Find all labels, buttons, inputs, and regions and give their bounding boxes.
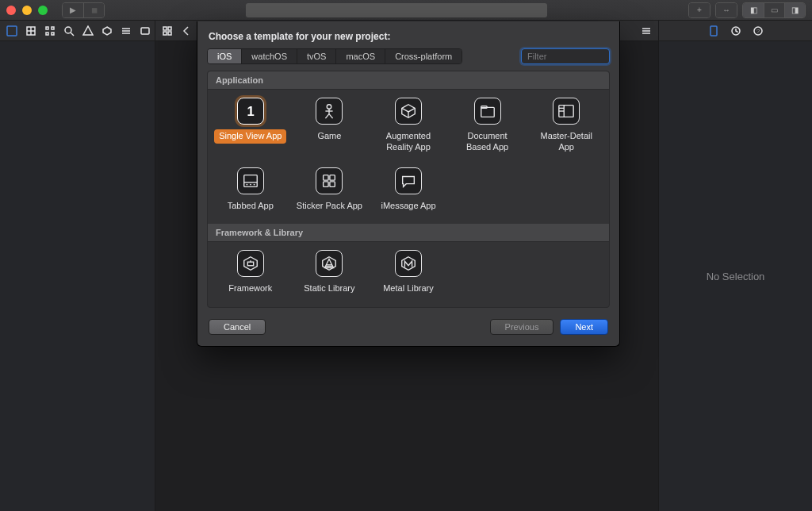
project-navigator-icon[interactable] <box>6 25 17 36</box>
metal-library-icon <box>395 250 422 277</box>
navigator-pane <box>0 41 155 511</box>
svg-rect-49 <box>330 175 335 179</box>
template-ar-app[interactable]: Augmented Reality App <box>369 98 448 155</box>
platform-tab-ios[interactable]: iOS <box>208 49 241 63</box>
svg-point-8 <box>65 27 71 33</box>
svg-rect-37 <box>481 107 494 117</box>
library-button[interactable]: + <box>689 3 710 17</box>
svg-line-34 <box>329 114 333 119</box>
issue-navigator-icon[interactable] <box>82 25 94 36</box>
previous-button[interactable]: Previous <box>490 319 554 335</box>
svg-rect-15 <box>141 28 149 34</box>
stop-button[interactable]: ◼ <box>83 3 104 17</box>
single-view-icon: 1 <box>237 98 264 125</box>
svg-point-30 <box>327 105 332 110</box>
svg-rect-18 <box>163 32 167 35</box>
document-icon <box>474 98 501 125</box>
static-library-icon <box>316 250 343 277</box>
svg-point-46 <box>250 183 251 185</box>
editor-options-icon[interactable] <box>641 25 652 36</box>
tabbed-icon <box>237 167 264 194</box>
template-single-view-app[interactable]: 1 Single View App <box>211 98 290 155</box>
svg-rect-6 <box>46 33 48 35</box>
svg-marker-10 <box>83 26 93 35</box>
svg-line-33 <box>326 114 330 119</box>
add-segment: + <box>688 2 710 18</box>
svg-rect-5 <box>52 27 54 29</box>
svg-rect-51 <box>330 181 335 186</box>
svg-rect-0 <box>7 26 17 36</box>
run-button[interactable]: ▶ <box>63 3 83 17</box>
svg-rect-48 <box>324 175 328 179</box>
section-header-application: Application <box>208 71 609 90</box>
panel-segment: ◧ ▭ ◨ <box>742 2 806 18</box>
svg-marker-52 <box>244 257 258 271</box>
svg-rect-23 <box>710 26 717 36</box>
source-control-icon[interactable] <box>25 25 36 36</box>
symbol-navigator-icon[interactable] <box>44 25 56 36</box>
editor-mode-segment: ↔ <box>715 2 737 18</box>
template-imessage-app[interactable]: iMessage App <box>369 167 448 213</box>
sticker-icon <box>316 167 343 194</box>
inspector-empty-label: No Selection <box>707 271 765 282</box>
navigator-tabs <box>0 21 155 40</box>
svg-marker-11 <box>103 27 111 35</box>
svg-line-9 <box>71 33 74 36</box>
imessage-icon <box>395 167 422 194</box>
svg-rect-19 <box>168 32 171 35</box>
svg-rect-50 <box>324 181 328 186</box>
ar-icon <box>395 98 422 125</box>
template-metal-library[interactable]: Metal Library <box>369 250 448 296</box>
toggle-bottom-panel-button[interactable]: ▭ <box>764 3 784 17</box>
inspector-tabs: ? <box>658 21 812 40</box>
toggle-left-panel-button[interactable]: ◧ <box>743 3 764 17</box>
close-window-button[interactable] <box>6 6 16 15</box>
history-inspector-icon[interactable] <box>730 25 741 36</box>
platform-tab-macos[interactable]: macOS <box>335 49 385 63</box>
master-detail-icon <box>553 98 580 125</box>
svg-rect-7 <box>52 33 54 35</box>
cancel-button[interactable]: Cancel <box>209 319 266 335</box>
template-master-detail-app[interactable]: Master-Detail App <box>527 98 606 155</box>
related-items-icon[interactable] <box>162 25 173 36</box>
svg-text:1: 1 <box>247 104 254 118</box>
platform-tabs: iOS watchOS tvOS macOS Cross-platform <box>207 48 462 64</box>
svg-point-45 <box>246 183 247 185</box>
template-tabbed-app[interactable]: Tabbed App <box>211 167 290 213</box>
platform-tab-crossplatform[interactable]: Cross-platform <box>385 49 462 63</box>
filter-field[interactable] <box>521 48 610 64</box>
svg-marker-59 <box>402 257 416 271</box>
test-navigator-icon[interactable] <box>102 25 113 36</box>
svg-rect-4 <box>46 27 48 29</box>
next-button[interactable]: Next <box>560 319 608 335</box>
svg-point-47 <box>253 183 255 185</box>
editor-standard-button[interactable]: ↔ <box>716 3 737 17</box>
svg-rect-17 <box>168 27 171 30</box>
platform-tab-tvos[interactable]: tvOS <box>297 49 335 63</box>
section-header-library: Framework & Library <box>208 224 609 242</box>
template-game[interactable]: Game <box>290 98 370 155</box>
zoom-window-button[interactable] <box>38 6 48 15</box>
breakpoint-navigator-icon[interactable] <box>140 25 151 36</box>
game-icon <box>316 98 343 125</box>
toggle-right-panel-button[interactable]: ◨ <box>784 3 805 17</box>
window-controls <box>6 6 48 15</box>
template-document-app[interactable]: Document Based App <box>448 98 527 155</box>
help-inspector-icon[interactable]: ? <box>753 25 764 36</box>
sheet-title: Choose a template for your new project: <box>197 21 619 48</box>
svg-text:?: ? <box>756 28 760 35</box>
back-icon[interactable] <box>181 25 192 36</box>
titlebar: ▶ ◼ + ↔ ◧ ▭ ◨ <box>0 0 812 21</box>
svg-rect-16 <box>163 27 167 30</box>
template-framework[interactable]: Framework <box>211 250 290 296</box>
template-sticker-pack-app[interactable]: Sticker Pack App <box>290 167 370 213</box>
template-static-library[interactable]: Static Library <box>290 250 370 296</box>
file-inspector-icon[interactable] <box>708 25 719 36</box>
inspector-pane: No Selection <box>658 41 812 511</box>
minimize-window-button[interactable] <box>22 6 32 15</box>
svg-rect-53 <box>247 262 253 266</box>
platform-tab-watchos[interactable]: watchOS <box>241 49 297 63</box>
find-navigator-icon[interactable] <box>63 25 75 36</box>
debug-navigator-icon[interactable] <box>121 25 132 36</box>
filter-input[interactable] <box>527 52 637 61</box>
